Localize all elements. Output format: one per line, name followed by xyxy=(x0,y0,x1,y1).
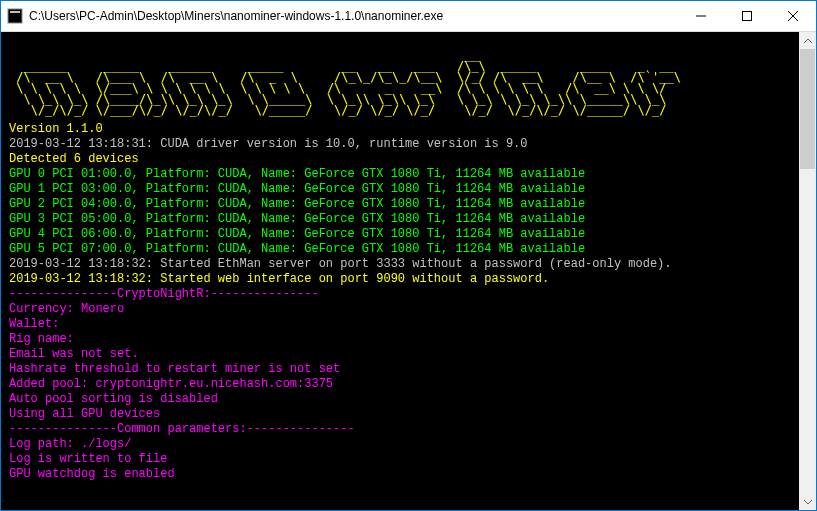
scroll-up-button[interactable] xyxy=(799,32,816,49)
minimize-icon xyxy=(696,11,706,21)
common-line: Log path: ./logs/ xyxy=(9,437,131,451)
maximize-icon xyxy=(742,11,752,21)
cuda-line: 2019-03-12 13:18:31: CUDA driver version… xyxy=(9,137,527,151)
web-interface-line: 2019-03-12 13:18:32: Started web interfa… xyxy=(9,272,549,286)
gpu-line: GPU 3 PCI 05:00.0, Platform: CUDA, Name:… xyxy=(9,212,585,226)
config-line: Wallet: xyxy=(9,317,59,331)
config-line: Currency: Monero xyxy=(9,302,124,316)
vertical-scrollbar[interactable] xyxy=(799,32,816,510)
window-buttons xyxy=(678,1,816,31)
config-line: Using all GPU devices xyxy=(9,407,160,421)
svg-rect-1 xyxy=(10,11,20,13)
gpu-line: GPU 1 PCI 03:00.0, Platform: CUDA, Name:… xyxy=(9,182,585,196)
detected-line: Detected 6 devices xyxy=(9,152,139,166)
chevron-down-icon xyxy=(804,498,812,506)
scroll-down-button[interactable] xyxy=(799,493,816,510)
gpu-line: GPU 4 PCI 06:00.0, Platform: CUDA, Name:… xyxy=(9,227,585,241)
config-line: Auto pool sorting is disabled xyxy=(9,392,218,406)
gpu-line: GPU 5 PCI 07:00.0, Platform: CUDA, Name:… xyxy=(9,242,585,256)
window-frame: C:\Users\PC-Admin\Desktop\Miners\nanomin… xyxy=(0,0,817,511)
gpu-line: GPU 0 PCI 01:00.0, Platform: CUDA, Name:… xyxy=(9,167,585,181)
common-line: GPU watchdog is enabled xyxy=(9,467,175,481)
gpu-line: GPU 2 PCI 04:00.0, Platform: CUDA, Name:… xyxy=(9,197,585,211)
ascii-logo: __ ______ _____ ______ _____ __ __ ___ /… xyxy=(9,50,791,116)
chevron-up-icon xyxy=(804,37,812,45)
console-area: __ ______ _____ ______ _____ __ __ ___ /… xyxy=(1,32,816,510)
scroll-thumb[interactable] xyxy=(800,49,815,169)
config-line: Email was not set. xyxy=(9,347,139,361)
config-line: Hashrate threshold to restart miner is n… xyxy=(9,362,340,376)
close-button[interactable] xyxy=(770,1,816,31)
titlebar[interactable]: C:\Users\PC-Admin\Desktop\Miners\nanomin… xyxy=(1,1,816,32)
minimize-button[interactable] xyxy=(678,1,724,31)
close-icon xyxy=(788,11,798,21)
maximize-button[interactable] xyxy=(724,1,770,31)
cryptonightr-header: ---------------CryptoNightR:------------… xyxy=(9,287,319,301)
app-icon xyxy=(7,8,23,24)
svg-rect-3 xyxy=(743,12,752,21)
terminal-output[interactable]: __ ______ _____ ______ _____ __ __ ___ /… xyxy=(1,32,799,510)
version-line: Version 1.1.0 xyxy=(9,122,103,136)
window-title-text: C:\Users\PC-Admin\Desktop\Miners\nanomin… xyxy=(29,9,678,23)
common-line: Log is written to file xyxy=(9,452,167,466)
config-line: Rig name: xyxy=(9,332,74,346)
config-line: Added pool: cryptonightr.eu.nicehash.com… xyxy=(9,377,333,391)
ethman-line: 2019-03-12 13:18:32: Started EthMan serv… xyxy=(9,257,672,271)
common-header: ---------------Common parameters:-------… xyxy=(9,422,355,436)
